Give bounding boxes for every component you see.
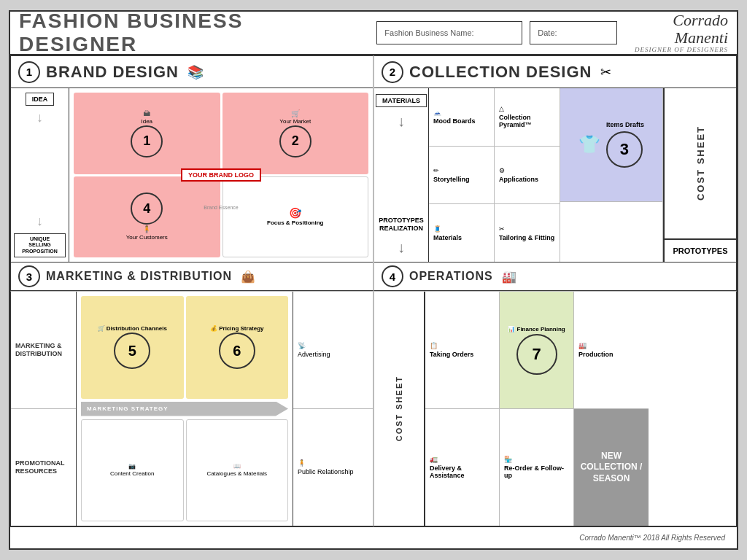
materials-side: MATERIALS ↓ PROTOTYPES REALIZATION ↓ [374,88,429,262]
main-title: FASHION BUSINESS DESIGNER [19,10,362,56]
materials-label: MATERIALS [376,94,427,107]
ops-col-2: 📊 Finance Planning 7 🏪 Re-Order & Follow… [500,292,574,526]
down-arrow-usp: ↓ [36,214,43,229]
scissors-icon: ✂ [600,64,611,80]
business-name-field[interactable]: Fashion Business Name: [376,21,522,44]
pricing-cell: 💰 Pricing Strategy 6 [186,296,289,399]
q4-cost-sheet-col: COST SHEET [374,292,425,526]
brand-cell-customer: 4 🧍 Your Customers [74,176,220,258]
distribution-cell: 🛒 Distribution Channels 5 [81,296,184,399]
materials-icon: 🧵 [433,225,489,233]
mood-boards: 🗻 Mood Boards [429,88,494,147]
customer-text: Your Customers [126,234,168,241]
strategy-arrow: MARKETING STRATEGY [81,402,288,416]
finance-planning: 📊 Finance Planning 7 [500,292,573,409]
q2-bottom: 4 OPERATIONS 🏭 [374,262,736,290]
brand-logo: Corrado Manenti DESIGNER OF DESIGNERS [617,12,728,54]
dist-label-text: Distribution Channels [107,325,167,332]
antenna-icon: 📡 [298,342,368,349]
chart-icon: 📊 [508,326,515,332]
mkt-center: 🛒 Distribution Channels 5 💰 Pricing Stra… [77,292,293,526]
q2-inner: MATERIALS ↓ PROTOTYPES REALIZATION ↓ 🗻 M… [374,88,736,262]
prototypes-box: PROTOTYPES [663,238,736,262]
mkt-left: MARKETING & DISTRIBUTION PROMOTIONAL RES… [11,292,77,526]
idea-icon: 🏔 [143,109,150,117]
q2-header: 2 COLLECTION DESIGN ✂ [374,56,736,88]
q3-body: MARKETING & DISTRIBUTION PROMOTIONAL RES… [11,292,373,526]
finance-label-wrap: 📊 Finance Planning [508,326,565,332]
materials-cell: 🧵 Materials [429,204,494,262]
q1-title: BRAND DESIGN [46,63,179,82]
taking-orders: 📋 Taking Orders [425,292,499,409]
pyramid-label: Collection Pyramid™ [499,114,555,128]
date-label: Date: [538,28,557,37]
items-drafts: 👕 Items Drafts 3 [560,88,662,202]
tailor-label: Tailoring & Fitting [499,234,555,241]
brand-inner: IDEA ↓ ↓ UNIQUE SELLING PROPOSITION 🏔 Id… [11,88,373,262]
date-field[interactable]: Date: [530,21,617,44]
camera-icon: 📷 [128,463,136,470]
delivery-label: Delivery & Assistance [430,464,495,479]
items-label: Items Drafts [606,121,644,128]
brand-left-strip: IDEA ↓ ↓ UNIQUE SELLING PROPOSITION [11,88,69,262]
applications: ⚙ Applications [495,147,560,205]
mkt-inner: MARKETING & DISTRIBUTION PROMOTIONAL RES… [11,292,373,526]
ops-inner: 📋 Taking Orders 🚛 Delivery & Assistance [425,292,736,526]
dist-label: 🛒 Distribution Channels [98,325,167,332]
circle-1: 1 [131,125,163,158]
brand-cell-idea: 🏔 Idea 1 [74,93,220,174]
q4-inner-wrap: COST SHEET 📋 Taking Orders 🚛 D [374,292,736,526]
production-label: Production [578,351,644,358]
arrow-down-materials: ↓ [398,113,405,130]
q1-body: IDEA ↓ ↓ UNIQUE SELLING PROPOSITION 🏔 Id… [11,88,373,262]
mkt-icon: 👜 [241,270,255,284]
reorder: 🏪 Re-Order & Follow-up [500,409,573,526]
q1-brand-design: 1 BRAND DESIGN 📚 IDEA ↓ ↓ UNIQUE SELLING… [10,55,374,291]
shirt-icon: 👕 [578,134,600,155]
promo-label-text: PROMOTIONAL RESOURCES [15,459,71,475]
factory-prod-icon: 🏭 [578,342,644,349]
adv-label: Advertising [298,351,368,358]
coll-col-1: 🗻 Mood Boards ✏ Storytelling 🧵 Materials [429,88,495,262]
mkt-bottom-row: 📷 Content Creation 📖 Catalogues & Materi… [81,419,288,522]
factory-icon: 🏭 [502,270,516,284]
tailor-icon: ✂ [499,225,555,233]
usp-label: UNIQUE SELLING PROPOSITION [14,233,66,257]
circle-3: 3 [606,131,643,168]
book-icon: 📚 [187,64,204,80]
circle-5: 5 [114,332,150,369]
cat-label: Catalogues & Materials [206,470,267,477]
cost-sheet-label: COST SHEET [695,125,706,201]
arrow-down-proto: ↓ [398,239,405,256]
mkt-right: 📡 Advertising 🧍 Public Relationship [293,292,373,526]
coll-col-2: △ Collection Pyramid™ ⚙ Applications ✂ T… [495,88,560,262]
store-icon: 🏪 [504,456,569,463]
mood-icon: 🗻 [433,109,489,116]
q2-body: MATERIALS ↓ PROTOTYPES REALIZATION ↓ 🗻 M… [374,88,736,262]
down-arrow-idea: ↓ [36,110,43,125]
orders-label: Taking Orders [430,351,495,358]
advertising: 📡 Advertising [293,292,373,409]
pyramid-icon: △ [499,105,555,112]
empty-cell [560,202,662,262]
q2-collection-design: 2 COLLECTION DESIGN ✂ MATERIALS ↓ PROTOT… [374,55,737,291]
marketing-distribution-label: MARKETING & DISTRIBUTION [11,292,76,409]
main-grid: 1 BRAND DESIGN 📚 IDEA ↓ ↓ UNIQUE SELLING… [10,55,737,526]
new-collection: NEW COLLECTION / SEASON [574,409,649,526]
customer-icon: 🧍 [142,225,151,233]
brand-logo-overlay: YOUR BRAND LOGO [181,168,261,182]
q4-bottom-title: OPERATIONS [409,270,493,283]
app-label: Applications [499,176,555,183]
brand-name: Corrado Manenti [617,12,728,47]
q1-header: 1 BRAND DESIGN 📚 [11,56,373,88]
app-icon: ⚙ [499,167,555,174]
storytelling: ✏ Storytelling [429,147,494,205]
catalogues: 📖 Catalogues & Materials [186,419,289,522]
brand-essence: Brand Essence [145,205,297,210]
ops-col-3: 🏭 Production NEW COLLECTION / SEASON [574,292,649,526]
mood-label: Mood Boards [433,117,489,125]
coll-col-3: 👕 Items Drafts 3 [560,88,663,262]
mkt-label-text: MARKETING & DISTRIBUTION [15,342,71,358]
header-fields: Fashion Business Name: Date: [376,21,617,44]
idea-label: IDEA [26,93,55,106]
